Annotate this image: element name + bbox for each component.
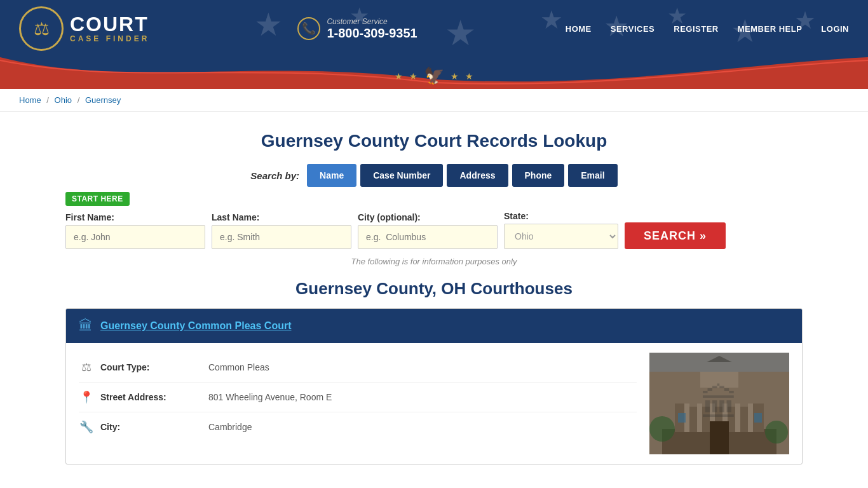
nav-member-help[interactable]: MEMBER HELP (738, 24, 803, 34)
courthouse-body: ⚖ Court Type: Common Pleas 📍 Street Addr… (66, 343, 802, 464)
tab-phone[interactable]: Phone (512, 164, 565, 187)
city-row-icon: 🔧 (79, 420, 94, 434)
search-by-row: Search by: Name Case Number Address Phon… (65, 164, 803, 187)
court-type-value: Common Pleas (208, 362, 269, 372)
main-nav: HOME SERVICES REGISTER MEMBER HELP LOGIN (566, 24, 849, 34)
breadcrumb-guernsey[interactable]: Guernsey (85, 95, 121, 105)
svg-rect-4 (700, 372, 738, 388)
state-group: State: Ohio Alabama Alaska California Fl… (504, 211, 618, 249)
address-icon: 📍 (79, 390, 94, 404)
logo-case-finder-text: CASE FINDER (70, 34, 149, 43)
courthouse-header-icon: 🏛 (79, 318, 93, 334)
state-label: State: (504, 211, 618, 221)
svg-rect-3 (688, 384, 751, 407)
courthouse-header: 🏛 Guernsey County Common Pleas Court (66, 309, 802, 343)
city-input[interactable] (358, 225, 498, 249)
search-button[interactable]: SEARCH » (625, 222, 726, 249)
svg-point-15 (649, 416, 675, 442)
courthouse-image (649, 353, 789, 454)
svg-point-16 (765, 421, 788, 444)
courthouse-name-link[interactable]: Guernsey County Common Pleas Court (100, 320, 292, 332)
svg-rect-11 (748, 403, 753, 432)
svg-rect-17 (649, 353, 789, 372)
city-row-value: Cambridge (208, 422, 252, 432)
main-content: Guernsey County Court Records Lookup Sea… (53, 112, 815, 477)
logo[interactable]: ⚖ COURT CASE FINDER (19, 6, 149, 51)
city-row-label: City: (100, 422, 202, 432)
last-name-input[interactable] (212, 225, 351, 249)
city-group: City (optional): (358, 212, 498, 249)
court-type-row: ⚖ Court Type: Common Pleas (79, 353, 637, 383)
logo-court-text: COURT (70, 14, 149, 34)
page-title: Guernsey County Court Records Lookup (65, 131, 803, 151)
city-row: 🔧 City: Cambridge (79, 412, 637, 442)
first-name-input[interactable] (65, 225, 205, 249)
court-type-label: Court Type: (100, 362, 202, 372)
eagle-icon: 🦅 (424, 66, 444, 86)
svg-rect-14 (710, 421, 729, 454)
cs-phone: 1-800-309-9351 (327, 26, 417, 41)
courthouse-image-inner (649, 353, 789, 454)
info-note: The following is for information purpose… (65, 257, 803, 266)
tab-address[interactable]: Address (447, 164, 508, 187)
search-section: Search by: Name Case Number Address Phon… (65, 164, 803, 266)
first-name-label: First Name: (65, 212, 205, 222)
start-here-badge: START HERE (65, 192, 130, 206)
address-value: 801 Wheeling Avenue, Room E (208, 392, 332, 402)
breadcrumb: Home / Ohio / Guernsey (0, 89, 868, 112)
customer-service: 📞 Customer Service 1-800-309-9351 (297, 17, 417, 41)
svg-rect-10 (735, 403, 740, 432)
breadcrumb-sep-2: / (78, 95, 82, 105)
phone-icon: 📞 (297, 17, 320, 40)
header-banner: ★ ★ 🦅 ★ ★ (0, 57, 868, 89)
tab-email[interactable]: Email (568, 164, 617, 187)
first-name-group: First Name: (65, 212, 205, 249)
svg-rect-13 (754, 413, 762, 423)
tab-name[interactable]: Name (307, 164, 356, 187)
last-name-label: Last Name: (212, 212, 351, 222)
nav-register[interactable]: REGISTER (674, 24, 718, 34)
svg-rect-7 (697, 403, 702, 432)
breadcrumb-home[interactable]: Home (19, 95, 41, 105)
logo-icon: ⚖ (19, 6, 64, 51)
nav-services[interactable]: SERVICES (611, 24, 655, 34)
courthouse-details: ⚖ Court Type: Common Pleas 📍 Street Addr… (79, 353, 637, 454)
address-row: 📍 Street Address: 801 Wheeling Avenue, R… (79, 383, 637, 412)
search-fields: First Name: Last Name: City (optional): … (65, 211, 803, 249)
breadcrumb-ohio[interactable]: Ohio (55, 95, 72, 105)
courthouse-card: 🏛 Guernsey County Common Pleas Court ⚖ C… (65, 308, 803, 464)
courthouses-title: Guernsey County, OH Courthouses (65, 279, 803, 299)
last-name-group: Last Name: (212, 212, 351, 249)
court-type-icon: ⚖ (79, 360, 94, 374)
city-label: City (optional): (358, 212, 498, 222)
nav-login[interactable]: LOGIN (821, 24, 849, 34)
tab-case-number[interactable]: Case Number (360, 164, 443, 187)
cs-label: Customer Service (327, 17, 417, 26)
breadcrumb-sep-1: / (46, 95, 51, 105)
eagle-banner: ★ ★ 🦅 ★ ★ (395, 66, 473, 89)
address-label: Street Address: (100, 392, 202, 402)
nav-home[interactable]: HOME (566, 24, 592, 34)
svg-rect-12 (678, 413, 686, 423)
search-by-label: Search by: (250, 170, 299, 181)
state-select[interactable]: Ohio Alabama Alaska California Florida N… (504, 224, 618, 249)
